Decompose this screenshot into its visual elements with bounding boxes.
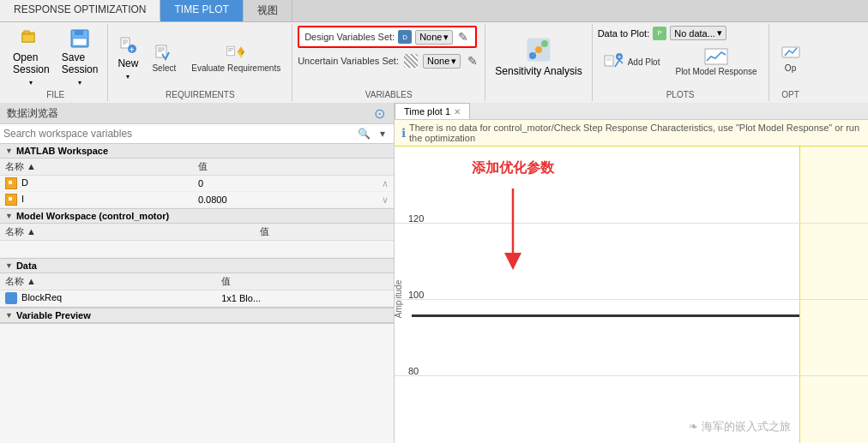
variable-preview-arrow: ▼ [5, 311, 13, 320]
plot-label-120: 120 [408, 213, 424, 224]
svg-text:+: + [130, 45, 134, 54]
data-section: ▼ Data 名称 ▲ 值 BlockReq [0, 259, 394, 308]
variable-preview-section: ▼ Variable Preview [0, 308, 394, 324]
var-name: D [0, 176, 193, 192]
panel-nav-icon[interactable]: ⊙ [371, 105, 387, 121]
ribbon: Open Session ▾ Save Session ▾ FILE [0, 22, 868, 103]
search-input[interactable] [3, 128, 353, 140]
plot-model-response-icon [704, 48, 728, 67]
data-section-label: Data [16, 260, 37, 271]
table-row: D 0 ∧ [0, 176, 394, 192]
matlab-col-name[interactable]: 名称 ▲ [0, 159, 193, 176]
search-dropdown-icon[interactable]: ▾ [375, 126, 390, 141]
design-variables-dropdown[interactable]: None ▾ [415, 30, 453, 45]
ribbon-group-file: Open Session ▾ Save Session ▾ FILE [3, 24, 108, 101]
file-group-label: FILE [9, 88, 102, 99]
uncertain-variables-dropdown[interactable]: None ▾ [423, 54, 461, 69]
design-variables-label: Design Variables Set: [304, 32, 395, 42]
tab-time-plot[interactable]: TIME PLOT [160, 0, 243, 21]
grid-line-120 [395, 223, 868, 224]
svg-rect-4 [75, 30, 83, 35]
tab-response-optimization[interactable]: RESPONSE OPTIMIZATION [0, 0, 160, 21]
scroll-up[interactable]: ∧ [377, 176, 394, 192]
scroll-down[interactable]: ∨ [377, 192, 394, 208]
svg-rect-1 [22, 34, 34, 42]
main-tab-bar: RESPONSE OPTIMIZATION TIME PLOT 视图 [0, 0, 868, 22]
svg-rect-2 [24, 31, 29, 33]
design-variables-value: None [419, 32, 442, 42]
options-button[interactable]: Op [775, 39, 807, 75]
data-var-value: 1x1 Blo... [216, 290, 377, 307]
sensitivity-icon [526, 37, 552, 65]
options-group-label: OPT [775, 88, 807, 99]
model-workspace-section: ▼ Model Workspace (control_motor) 名称 ▲ 值 [0, 209, 394, 259]
evaluate-requirements-button[interactable]: ✓ Evaluate Requirements [185, 39, 286, 75]
save-session-icon [69, 28, 90, 51]
save-session-button[interactable]: Save Session ▾ [57, 26, 103, 88]
sensitivity-analysis-label: Sensitivity Analysis [495, 65, 582, 77]
var-name: I [0, 192, 193, 208]
open-session-button[interactable]: Open Session ▾ [9, 26, 54, 88]
matlab-col-value[interactable]: 值 [193, 159, 377, 176]
red-arrow [472, 184, 554, 270]
plot-label-100: 100 [408, 290, 424, 300]
svg-rect-28 [605, 56, 613, 66]
svg-rect-6 [121, 38, 130, 48]
data-section-header[interactable]: ▼ Data [0, 259, 394, 273]
add-plot-button[interactable]: + Add Plot [598, 49, 666, 76]
search-bar: 🔍 ▾ [0, 124, 394, 144]
ribbon-group-requirements: + New ▾ Select [108, 24, 292, 101]
options-icon [781, 42, 801, 63]
data-to-plot-value: No data... [674, 28, 715, 39]
add-plot-label: Add Plot [628, 57, 660, 67]
model-col-value[interactable]: 值 [255, 224, 377, 241]
tab-view[interactable]: 视图 [244, 0, 292, 21]
var-grid-icon [5, 194, 17, 206]
variable-preview-label: Variable Preview [16, 310, 91, 320]
data-col-name[interactable]: 名称 ▲ [0, 273, 216, 290]
select-button[interactable]: Select [146, 39, 182, 75]
requirements-group-label: REQUIREMENTS [113, 88, 286, 99]
time-plot-tab[interactable]: Time plot 1 ✕ [395, 103, 470, 119]
main-content: 数据浏览器 ⊙ 🔍 ▾ ▼ MATLAB Workspace 名称 ▲ 值 [0, 103, 868, 443]
open-session-icon [21, 28, 41, 51]
info-icon: ℹ [401, 126, 406, 140]
annotation-text: 添加优化参数 [472, 159, 554, 177]
plot-close-icon[interactable]: ✕ [454, 107, 461, 117]
plots-content: Data to Plot: P No data... ▾ [598, 26, 763, 79]
right-panel: Time plot 1 ✕ ℹ There is no data for con… [395, 103, 868, 443]
requirements-buttons: + New ▾ Select [113, 26, 286, 88]
data-to-plot-dropdown[interactable]: No data... ▾ [670, 26, 726, 40]
data-col-value[interactable]: 值 [216, 273, 377, 290]
ribbon-group-variables: Design Variables Set: D None ▾ ✎ Uncerta… [292, 24, 485, 101]
new-button[interactable]: + New ▾ [113, 32, 142, 82]
data-var-name: BlockReq [0, 290, 216, 307]
plot-action-buttons: + Add Plot Plot Model Response [598, 45, 763, 79]
yellow-annotation-zone [799, 147, 868, 443]
variables-buttons: Design Variables Set: D None ▾ ✎ Uncerta… [298, 26, 479, 88]
uncertain-variables-icon [404, 54, 418, 68]
uncertain-variables-value: None [427, 56, 449, 66]
uncertain-variables-edit-icon[interactable]: ✎ [466, 53, 479, 69]
evaluate-icon: ✓ [226, 42, 246, 63]
table-row-empty [0, 241, 394, 258]
open-session-arrow[interactable]: ▾ [9, 78, 54, 88]
model-col-name[interactable]: 名称 ▲ [0, 224, 255, 241]
design-variables-edit-icon[interactable]: ✎ [456, 29, 470, 45]
new-button-arrow[interactable]: ▾ [113, 72, 142, 82]
plot-model-response-button[interactable]: Plot Model Response [669, 45, 763, 79]
svg-text:✓: ✓ [240, 51, 244, 56]
matlab-workspace-header[interactable]: ▼ MATLAB Workspace [0, 144, 394, 159]
model-workspace-header[interactable]: ▼ Model Workspace (control_motor) [0, 209, 394, 224]
model-workspace-label: Model Workspace (control_motor) [16, 211, 169, 221]
search-icon[interactable]: 🔍 [356, 126, 371, 141]
ribbon-group-options: Op OPT [769, 24, 812, 101]
new-icon: + [118, 34, 138, 57]
var-grid-icon [5, 177, 17, 189]
save-session-arrow[interactable]: ▾ [57, 78, 103, 88]
matlab-workspace-arrow: ▼ [5, 147, 13, 155]
design-variables-arrow-icon: ▾ [443, 32, 449, 43]
var-value: 0.0800 [193, 192, 377, 208]
variable-preview-header[interactable]: ▼ Variable Preview [0, 308, 394, 323]
sensitivity-analysis-button[interactable]: Sensitivity Analysis [491, 34, 586, 80]
